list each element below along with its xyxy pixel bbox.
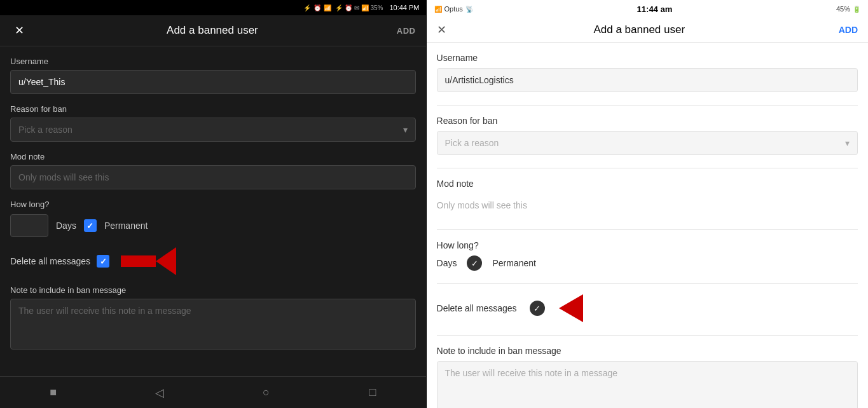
delete-label-left: Delete all messages (10, 256, 90, 266)
carrier-info: 📶 Optus 📡 (434, 5, 473, 13)
battery-percent-left: ⚡ ⏰ ✉ 📶 35% (335, 4, 383, 11)
arrow-indicator-left (121, 247, 176, 275)
add-button-right[interactable]: ADD (832, 25, 858, 35)
divider-3 (437, 229, 858, 230)
left-panel: ⚡ ⏰ 📶 ⚡ ⏰ ✉ 📶 35% 10:44 PM ✕ Add a banne… (0, 0, 426, 408)
reason-label-left: Reason for ban (10, 104, 416, 114)
close-button-right[interactable]: ✕ (437, 23, 446, 37)
delete-messages-row-left: Delete all messages ✓ (10, 247, 416, 275)
mod-note-input-right[interactable] (437, 194, 858, 217)
header-title-left: Add a banned user (167, 24, 258, 37)
chevron-down-icon-left: ▾ (403, 125, 408, 135)
delete-check-icon: ✓ (534, 304, 541, 313)
chevron-down-icon-right: ▾ (845, 138, 850, 148)
reason-select-left[interactable]: Pick a reason ▾ (10, 118, 416, 142)
arrow-indicator-right (559, 294, 583, 322)
time-left: 10:44 PM (389, 4, 419, 11)
header-title-right: Add a banned user (446, 24, 832, 36)
how-long-group-right: How long? Days ✓ Permanent (437, 240, 858, 271)
permanent-check-icon: ✓ (471, 259, 478, 268)
mod-note-group-right: Mod note (437, 179, 858, 217)
arrow-head-right (559, 294, 583, 322)
nav-bar-left: ■ ◁ ○ □ (0, 376, 426, 408)
ban-note-group-left: Note to include in ban message (10, 285, 416, 352)
username-label-right: Username (437, 53, 858, 63)
time-right: 11:44 am (473, 4, 836, 14)
mod-note-label-left: Mod note (10, 152, 416, 161)
delete-label-right: Delete all messages (437, 303, 517, 313)
delete-checkbox-left[interactable]: ✓ (97, 255, 109, 268)
ban-note-textarea-left[interactable] (10, 299, 416, 350)
reason-label-right: Reason for ban (437, 116, 858, 126)
username-input-right[interactable] (437, 68, 858, 92)
delete-messages-row-right: Delete all messages ✓ (437, 294, 858, 322)
username-group-left: Username (10, 57, 416, 94)
wifi-icon: 📡 (465, 6, 473, 13)
permanent-checkbox-left[interactable]: ✓ (84, 219, 97, 232)
reason-placeholder-left: Pick a reason (18, 125, 72, 135)
ban-note-label-left: Note to include in ban message (10, 285, 416, 295)
square-nav-icon[interactable]: ■ (41, 380, 66, 405)
status-bar-right: 📶 Optus 📡 11:44 am 45% 🔋 (427, 0, 868, 18)
mod-note-input-left[interactable] (10, 165, 416, 189)
how-long-group-left: How long? Days ✓ Permanent (10, 200, 416, 237)
carrier-label: Optus (444, 5, 463, 13)
ban-note-textarea-right[interactable] (437, 361, 858, 408)
status-icons: ⚡ ⏰ 📶 (303, 4, 331, 11)
reason-group-right: Reason for ban Pick a reason ▾ (437, 116, 858, 155)
form-left: Username Reason for ban Pick a reason ▾ … (0, 46, 426, 376)
divider-1 (437, 105, 858, 105)
battery-info-right: 45% 🔋 (836, 5, 860, 13)
back-nav-icon[interactable]: ◁ (147, 380, 172, 405)
alarm-icon: ⏰ (313, 4, 321, 11)
permanent-label-left: Permanent (104, 221, 148, 231)
days-label-left: Days (56, 221, 76, 231)
days-input-left[interactable] (10, 214, 48, 237)
divider-4 (437, 283, 858, 284)
bluetooth-icon: ⚡ (303, 4, 311, 11)
divider-5 (437, 335, 858, 336)
mod-note-group-left: Mod note (10, 152, 416, 189)
reason-placeholder-right: Pick a reason (445, 138, 499, 148)
recent-nav-icon[interactable]: □ (360, 380, 385, 405)
ban-note-group-right: Note to include in ban message (437, 346, 858, 408)
signal-bars-icon: 📶 (434, 6, 442, 13)
how-long-row-left: Days ✓ Permanent (10, 214, 416, 237)
permanent-circle-right[interactable]: ✓ (467, 255, 482, 271)
username-group-right: Username (437, 53, 858, 92)
header-right: ✕ Add a banned user ADD (427, 18, 868, 43)
delete-checkmark-icon: ✓ (100, 257, 107, 266)
permanent-label-right: Permanent (492, 258, 535, 268)
how-long-row-right: Days ✓ Permanent (437, 255, 858, 271)
how-long-label-right: How long? (437, 240, 858, 250)
home-nav-icon[interactable]: ○ (253, 380, 279, 405)
form-right: Username Reason for ban Pick a reason ▾ … (427, 43, 868, 408)
username-label-left: Username (10, 57, 416, 66)
header-left: ✕ Add a banned user ADD (0, 15, 426, 46)
battery-percent-right: 45% (836, 5, 850, 13)
reason-select-right[interactable]: Pick a reason ▾ (437, 131, 858, 155)
battery-icon-right: 🔋 (853, 6, 860, 13)
checkmark-icon-left: ✓ (86, 221, 93, 231)
close-button-left[interactable]: ✕ (10, 22, 28, 39)
signal-icon: 📶 (324, 4, 331, 11)
right-panel: 📶 Optus 📡 11:44 am 45% 🔋 ✕ Add a banned … (427, 0, 868, 408)
reason-group-left: Reason for ban Pick a reason ▾ (10, 104, 416, 142)
ban-note-label-right: Note to include in ban message (437, 346, 858, 356)
mod-note-label-right: Mod note (437, 179, 858, 189)
delete-circle-right[interactable]: ✓ (530, 301, 545, 316)
add-button-left[interactable]: ADD (397, 26, 416, 36)
status-bar-left: ⚡ ⏰ 📶 ⚡ ⏰ ✉ 📶 35% 10:44 PM (0, 0, 426, 15)
arrow-head-left (156, 247, 176, 275)
days-label-right: Days (437, 258, 457, 268)
arrow-body-left (121, 255, 156, 267)
divider-2 (437, 168, 858, 168)
username-input-left[interactable] (10, 70, 416, 94)
how-long-label-left: How long? (10, 200, 416, 209)
